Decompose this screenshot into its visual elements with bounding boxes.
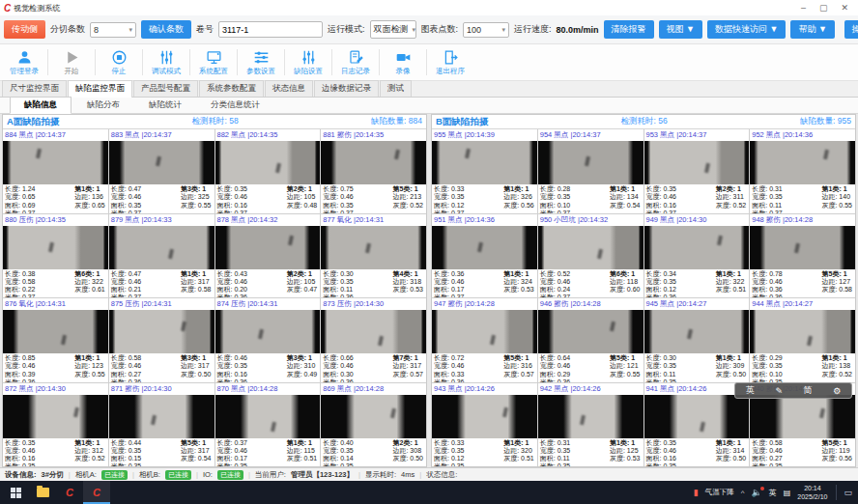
defect-image[interactable]	[432, 310, 537, 353]
tab-3[interactable]: 系统参数配置	[199, 80, 264, 97]
defect-image[interactable]	[215, 395, 321, 438]
defect-image[interactable]	[538, 310, 644, 353]
defect-image[interactable]	[3, 395, 108, 438]
defect-image[interactable]	[3, 226, 108, 269]
defect-image[interactable]	[432, 226, 537, 269]
defect-image[interactable]	[109, 141, 214, 184]
ime-toolbar[interactable]: 英✎简⚙	[734, 382, 852, 399]
defect-image[interactable]	[321, 141, 426, 184]
defect-image[interactable]	[538, 395, 644, 438]
defect-cell[interactable]: 948 擦伤 |20:14:28 长度: 0.78 宽度: 0.46 面积: 0…	[750, 214, 855, 298]
defect-image[interactable]	[644, 141, 750, 184]
help-menu-button[interactable]: 帮助 ▼	[790, 20, 834, 39]
defect-cell[interactable]: 952 黑点 |20:14:36 长度: 0.31 宽度: 0.35 面积: 0…	[750, 129, 855, 213]
defect-cell[interactable]: 870 黑点 |20:14:28 长度: 0.37 宽度: 0.46 面积: 0…	[215, 383, 321, 467]
defect-cell[interactable]: 954 黑点 |20:14:37 长度: 0.28 宽度: 0.35 面积: 0…	[538, 129, 644, 213]
view-menu-button[interactable]: 视图 ▼	[659, 20, 702, 39]
defect-image[interactable]	[215, 141, 321, 184]
defect-cell[interactable]: 876 氧化 |20:14:31 长度: 0.85 宽度: 0.46 面积: 0…	[3, 298, 108, 382]
start-button[interactable]: 开始	[49, 44, 94, 80]
defect-cell[interactable]: 873 压伤 |20:14:30 长度: 0.66 宽度: 0.46 面积: 0…	[321, 298, 426, 382]
defect-cell[interactable]: 880 压伤 |20:14:35 长度: 0.38 宽度: 0.58 面积: 0…	[3, 214, 108, 298]
defect-image[interactable]	[750, 310, 855, 353]
slit-count-select[interactable]: 8▾	[90, 22, 136, 38]
ime-item-0[interactable]: 英	[746, 384, 755, 397]
defect-cell[interactable]: 882 黑点 |20:14:35 长度: 0.35 宽度: 0.46 面积: 0…	[215, 129, 321, 213]
file-explorer-button[interactable]	[29, 481, 56, 504]
admin-login-button[interactable]: 管理登录	[2, 44, 46, 80]
defect-image[interactable]	[215, 226, 321, 269]
defect-cell[interactable]: 872 黑点 |20:14:30 长度: 0.35 宽度: 0.46 面积: 0…	[3, 383, 108, 467]
defect-cell[interactable]: 878 黑点 |20:14:32 长度: 0.43 宽度: 0.46 面积: 0…	[215, 214, 321, 298]
defect-image[interactable]	[750, 141, 855, 184]
defect-image[interactable]	[3, 141, 108, 184]
defect-image[interactable]	[432, 395, 537, 438]
defect-image[interactable]	[321, 310, 426, 353]
defect-cell[interactable]: 883 黑点 |20:14:37 长度: 0.47 宽度: 0.46 面积: 0…	[109, 129, 214, 213]
defect-cell[interactable]: 879 黑点 |20:14:33 长度: 0.47 宽度: 0.46 面积: 0…	[109, 214, 214, 298]
defect-cell[interactable]: 944 黑点 |20:14:27 长度: 0.29 宽度: 0.35 面积: 0…	[750, 298, 855, 382]
exit-program-button[interactable]: 退出程序	[428, 44, 472, 80]
roll-number-input[interactable]	[218, 21, 323, 38]
defect-image[interactable]	[644, 395, 750, 438]
defect-cell[interactable]: 874 压伤 |20:14:31 长度: 0.46 宽度: 0.35 面积: 0…	[215, 298, 321, 382]
tab-6[interactable]: 测试	[380, 80, 412, 97]
tab-1[interactable]: 缺陷监控界面	[68, 80, 132, 98]
defect-cell[interactable]: 946 擦伤 |20:14:28 长度: 0.64 宽度: 0.46 面积: 0…	[538, 298, 644, 382]
subtab-2[interactable]: 缺陷统计	[135, 98, 195, 113]
defect-image[interactable]	[109, 395, 214, 438]
subtab-1[interactable]: 缺陷分布	[73, 98, 133, 113]
defect-image[interactable]	[538, 141, 644, 184]
defect-image[interactable]	[538, 226, 644, 269]
tab-4[interactable]: 状态信息	[265, 80, 313, 97]
defect-cell[interactable]: 949 黑点 |20:14:30 长度: 0.34 宽度: 0.35 面积: 0…	[644, 214, 750, 298]
subtab-0[interactable]: 缺陷信息	[10, 97, 72, 114]
defect-image[interactable]	[321, 226, 426, 269]
quick-access-menu-button[interactable]: 数据快速访问 ▼	[707, 20, 786, 39]
defect-cell[interactable]: 950 小凹坑 |20:14:32 长度: 0.52 宽度: 0.46 面积: …	[538, 214, 644, 298]
volume-icon[interactable]: 🔈	[752, 488, 762, 497]
defect-cell[interactable]: 869 黑点 |20:14:28 长度: 0.40 宽度: 0.35 面积: 0…	[321, 383, 426, 467]
defect-cell[interactable]: 877 氧化 |20:14:31 长度: 0.30 宽度: 0.35 面积: 0…	[321, 214, 426, 298]
input-language-indicator[interactable]: 英	[769, 488, 777, 498]
maximize-button[interactable]: ▢	[819, 3, 828, 13]
defect-cell[interactable]: 953 黑点 |20:14:37 长度: 0.35 宽度: 0.46 面积: 0…	[644, 129, 750, 213]
subtab-3[interactable]: 分类信息统计	[197, 98, 273, 113]
taskbar-clock[interactable]: 20:14 2025/2/10	[797, 484, 827, 502]
defect-cell[interactable]: 943 黑点 |20:14:26 长度: 0.33 宽度: 0.35 面积: 0…	[432, 383, 537, 467]
drive-side-button[interactable]: 传动侧	[4, 20, 45, 39]
ime-keyboard-icon[interactable]: ▤	[784, 489, 791, 497]
chart-points-select[interactable]: 100▾	[463, 22, 509, 38]
tab-0[interactable]: 尺寸监控界面	[2, 80, 67, 97]
tab-5[interactable]: 边缘数据记录	[314, 80, 379, 97]
log-record-button[interactable]: 日志记录	[333, 44, 378, 80]
run-mode-select[interactable]: 双面检测▾	[370, 20, 416, 39]
defect-cell[interactable]: 941 黑点 |20:14:26 长度: 0.35 宽度: 0.46 面积: 0…	[644, 383, 750, 467]
defect-image[interactable]	[215, 310, 321, 353]
defect-cell[interactable]: 942 黑点 |20:14:26 长度: 0.31 宽度: 0.35 面积: 0…	[538, 383, 644, 467]
weather-text[interactable]: 气温下降	[705, 488, 734, 497]
start-button[interactable]	[2, 481, 29, 504]
defect-cell[interactable]: 881 擦伤 |20:14:35 长度: 0.75 宽度: 0.46 面积: 0…	[321, 129, 426, 213]
defect-settings-button[interactable]: 缺陷设置	[286, 44, 330, 80]
defect-cell[interactable]: 945 黑点 |20:14:27 长度: 0.30 宽度: 0.35 面积: 0…	[644, 298, 750, 382]
system-config-button[interactable]: 系统配置	[191, 44, 236, 80]
defect-cell[interactable]: 875 压伤 |20:14:31 长度: 0.58 宽度: 0.46 面积: 0…	[109, 298, 214, 382]
notification-center-icon[interactable]: ▭	[844, 488, 852, 497]
defect-image[interactable]	[109, 226, 214, 269]
ime-item-3[interactable]: ⚙	[833, 386, 841, 396]
debug-mode-button[interactable]: 调试模式	[144, 44, 188, 80]
defect-cell[interactable]: 951 黑点 |20:14:36 长度: 0.36 宽度: 0.46 面积: 0…	[432, 214, 537, 298]
tray-expand-icon[interactable]: ^	[741, 489, 745, 497]
record-video-button[interactable]: 录像	[381, 44, 425, 80]
defect-cell[interactable]: 871 擦伤 |20:14:30 长度: 0.44 宽度: 0.35 面积: 0…	[109, 383, 214, 467]
pinned-app-button[interactable]: C	[56, 481, 83, 504]
defect-image[interactable]	[3, 310, 108, 353]
defect-image[interactable]	[432, 141, 537, 184]
minimize-button[interactable]: –	[801, 3, 806, 13]
confirm-count-button[interactable]: 确认条数	[141, 20, 191, 39]
defect-cell[interactable]: 955 黑点 |20:14:39 长度: 0.33 宽度: 0.35 面积: 0…	[432, 129, 537, 213]
ime-item-1[interactable]: ✎	[775, 386, 783, 396]
defect-cell[interactable]: 884 黑点 |20:14:37 长度: 1.24 宽度: 0.65 面积: 0…	[3, 129, 108, 213]
param-settings-button[interactable]: 参数设置	[239, 44, 283, 80]
